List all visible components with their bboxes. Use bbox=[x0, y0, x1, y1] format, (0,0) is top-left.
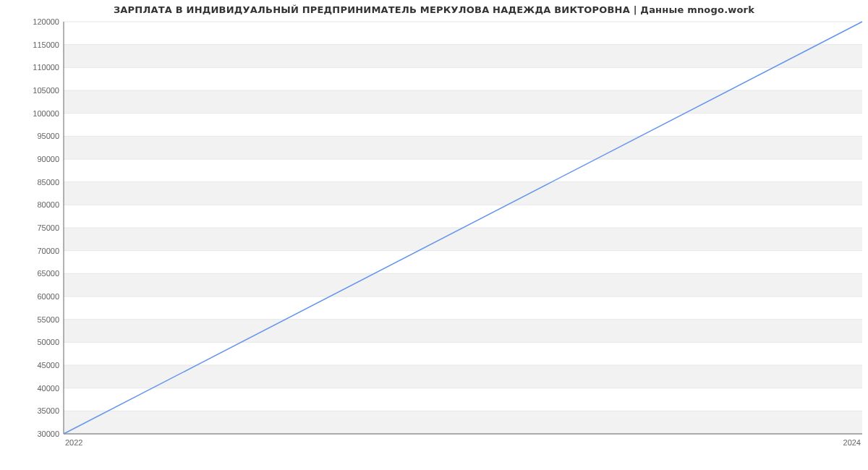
y-tick-label: 55000 bbox=[37, 315, 59, 324]
chart-title: ЗАРПЛАТА В ИНДИВИДУАЛЬНЫЙ ПРЕДПРИНИМАТЕЛ… bbox=[0, 4, 868, 15]
y-tick-label: 65000 bbox=[37, 269, 59, 278]
grid-band bbox=[64, 182, 862, 205]
y-tick-label: 105000 bbox=[33, 86, 59, 95]
chart-svg: 3000035000400004500050000550006000065000… bbox=[0, 0, 868, 470]
y-tick-label: 85000 bbox=[37, 178, 59, 187]
y-tick-label: 75000 bbox=[37, 223, 59, 232]
y-tick-label: 50000 bbox=[37, 338, 59, 346]
y-tick-label: 30000 bbox=[37, 430, 59, 438]
y-tick-label: 80000 bbox=[37, 200, 59, 209]
grid-band bbox=[64, 45, 862, 68]
grid-band bbox=[64, 273, 862, 296]
y-tick-label: 35000 bbox=[37, 406, 59, 415]
grid-band bbox=[64, 411, 862, 434]
grid-band bbox=[64, 320, 862, 343]
grid-band bbox=[64, 90, 862, 114]
y-tick-label: 120000 bbox=[33, 17, 59, 26]
y-tick-label: 115000 bbox=[33, 40, 59, 49]
y-tick-label: 60000 bbox=[37, 292, 59, 301]
grid-band bbox=[64, 228, 862, 251]
chart-container: ЗАРПЛАТА В ИНДИВИДУАЛЬНЫЙ ПРЕДПРИНИМАТЕЛ… bbox=[0, 0, 868, 470]
y-tick-label: 110000 bbox=[33, 63, 59, 72]
x-tick-label: 2022 bbox=[65, 438, 82, 447]
y-tick-label: 45000 bbox=[37, 361, 59, 369]
y-tick-label: 90000 bbox=[37, 155, 59, 163]
y-tick-label: 95000 bbox=[37, 132, 59, 140]
y-tick-label: 70000 bbox=[37, 247, 59, 255]
x-tick-label: 2024 bbox=[843, 438, 861, 447]
grid-band bbox=[64, 136, 862, 159]
grid-band bbox=[64, 365, 862, 388]
y-tick-label: 40000 bbox=[37, 384, 59, 393]
y-tick-label: 100000 bbox=[33, 109, 59, 118]
